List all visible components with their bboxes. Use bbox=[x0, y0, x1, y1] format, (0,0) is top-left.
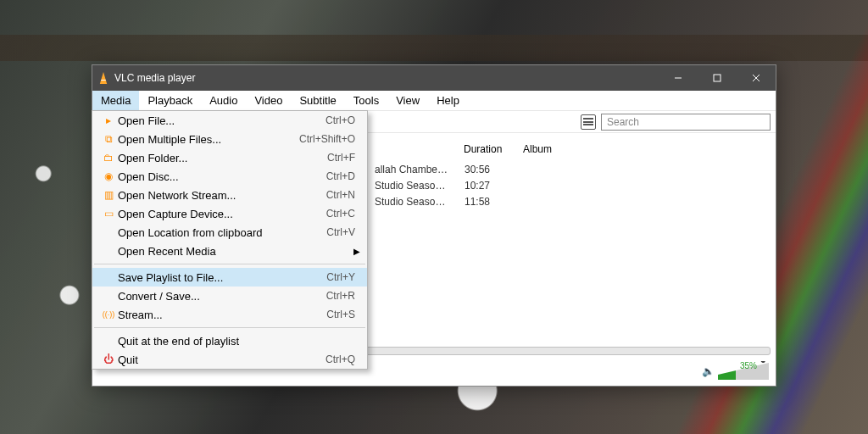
menu-help[interactable]: Help bbox=[428, 91, 468, 110]
menu-item-label: Convert / Save... bbox=[118, 290, 326, 303]
submenu-arrow-icon: ▶ bbox=[353, 247, 360, 256]
file-play-icon: ▸ bbox=[99, 114, 118, 126]
menu-shortcut: Ctrl+O bbox=[326, 114, 360, 126]
menubar: Media Playback Audio Video Subtitle Tool… bbox=[92, 91, 776, 111]
menu-item-open-recent-media[interactable]: Open Recent Media▶ bbox=[92, 242, 367, 260]
menu-subtitle[interactable]: Subtitle bbox=[291, 91, 344, 110]
menu-media[interactable]: Media bbox=[92, 91, 139, 110]
menu-item-open-capture-device[interactable]: ▭Open Capture Device...Ctrl+C bbox=[92, 204, 367, 223]
view-mode-icon[interactable] bbox=[581, 114, 596, 130]
menu-shortcut: Ctrl+Y bbox=[326, 271, 360, 283]
maximize-button[interactable] bbox=[698, 65, 737, 91]
menu-tools[interactable]: Tools bbox=[345, 91, 387, 110]
menu-item-open-multiple-files[interactable]: ⧉Open Multiple Files...Ctrl+Shift+O bbox=[92, 130, 367, 148]
volume-percent: 35% bbox=[740, 361, 757, 370]
menu-shortcut: Ctrl+R bbox=[326, 290, 360, 302]
menu-shortcut: Ctrl+D bbox=[326, 170, 360, 182]
menu-item-save-playlist-to-file[interactable]: Save Playlist to File...Ctrl+Y bbox=[92, 268, 367, 287]
minimize-button[interactable] bbox=[659, 65, 698, 91]
menu-item-open-location-from-clipboard[interactable]: Open Location from clipboardCtrl+V bbox=[92, 223, 367, 242]
capture-icon: ▭ bbox=[99, 208, 118, 220]
menu-shortcut: Ctrl+C bbox=[326, 208, 360, 220]
speaker-icon[interactable]: 🔈 bbox=[702, 365, 715, 377]
menu-separator bbox=[94, 264, 365, 264]
close-button[interactable] bbox=[737, 65, 776, 91]
menu-shortcut: Ctrl+V bbox=[326, 226, 360, 238]
menu-view[interactable]: View bbox=[387, 91, 428, 110]
titlebar[interactable]: VLC media player bbox=[92, 65, 776, 91]
menu-audio[interactable]: Audio bbox=[201, 91, 246, 110]
svg-rect-1 bbox=[714, 75, 721, 81]
menu-item-label: Open Disc... bbox=[118, 170, 326, 183]
menu-item-label: Stream... bbox=[118, 309, 326, 321]
volume-control[interactable]: -·-·-· 🔈 35% bbox=[702, 363, 769, 380]
menu-item-quit[interactable]: ⏻QuitCtrl+Q bbox=[92, 350, 367, 369]
menu-item-label: Open Location from clipboard bbox=[118, 226, 326, 239]
menu-item-convert-save[interactable]: Convert / Save...Ctrl+R bbox=[92, 287, 367, 305]
disc-icon: ◉ bbox=[99, 170, 118, 182]
window-title: VLC media player bbox=[114, 72, 195, 84]
menu-shortcut: Ctrl+N bbox=[326, 189, 360, 201]
menu-item-label: Save Playlist to File... bbox=[118, 271, 326, 284]
stream-icon: ((·)) bbox=[99, 310, 118, 319]
menu-item-label: Open Recent Media bbox=[118, 245, 353, 258]
menu-item-label: Open Network Stream... bbox=[118, 189, 326, 202]
menu-item-open-network-stream[interactable]: ▥Open Network Stream...Ctrl+N bbox=[92, 186, 367, 204]
menu-separator bbox=[94, 327, 365, 328]
col-duration[interactable]: Duration bbox=[457, 143, 516, 160]
menu-item-label: Open Folder... bbox=[118, 152, 327, 164]
menu-playback[interactable]: Playback bbox=[139, 91, 201, 110]
menu-item-label: Open File... bbox=[118, 114, 326, 127]
col-album[interactable]: Album bbox=[516, 143, 559, 160]
files-icon: ⧉ bbox=[99, 133, 118, 145]
menu-item-label: Open Multiple Files... bbox=[118, 133, 299, 146]
menu-item-open-file[interactable]: ▸Open File...Ctrl+O bbox=[92, 111, 367, 130]
network-icon: ▥ bbox=[99, 189, 118, 201]
search-input[interactable]: Search bbox=[601, 114, 771, 131]
menu-item-stream[interactable]: ((·))Stream...Ctrl+S bbox=[92, 305, 367, 324]
menu-shortcut: Ctrl+F bbox=[327, 152, 360, 164]
menu-item-label: Quit at the end of playlist bbox=[118, 335, 355, 348]
menu-item-label: Quit bbox=[118, 353, 326, 366]
folder-icon: 🗀 bbox=[99, 152, 118, 164]
vlc-cone-icon bbox=[97, 72, 109, 84]
menu-item-open-folder[interactable]: 🗀Open Folder...Ctrl+F bbox=[92, 148, 367, 167]
menu-shortcut: Ctrl+S bbox=[326, 309, 360, 320]
menu-video[interactable]: Video bbox=[246, 91, 291, 110]
menu-item-label: Open Capture Device... bbox=[118, 208, 326, 220]
menu-shortcut: Ctrl+Q bbox=[326, 353, 360, 365]
menu-item-quit-at-the-end-of-playlist[interactable]: Quit at the end of playlist bbox=[92, 331, 367, 350]
menu-shortcut: Ctrl+Shift+O bbox=[299, 133, 360, 145]
media-menu-dropdown: ▸Open File...Ctrl+O⧉Open Multiple Files.… bbox=[92, 110, 368, 370]
quit-icon: ⏻ bbox=[99, 353, 118, 365]
menu-item-open-disc[interactable]: ◉Open Disc...Ctrl+D bbox=[92, 167, 367, 186]
